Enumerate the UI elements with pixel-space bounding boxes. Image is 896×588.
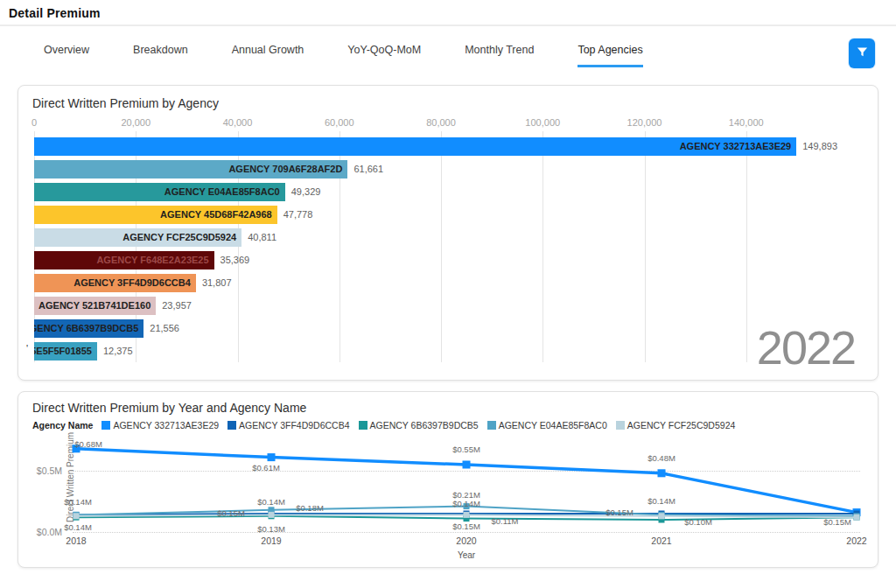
line-chart-card: Direct Written Premium by Year and Agenc… [18,391,878,568]
legend-item[interactable]: AGENCY FCF25C9D5924 [616,420,736,430]
bar-chart-plot[interactable]: 020,00040,00060,00080,000100,000120,0001… [34,117,848,362]
legend-item[interactable]: AGENCY E04AE85F8AC0 [487,420,607,430]
y-axis-tick: $0.0M [27,527,62,537]
legend-item[interactable]: AGENCY 6B6397B9DCB5 [359,420,479,430]
bar-row: AGENCY 521B741DE16023,957 [34,294,848,317]
data-point-label: $0.15M [217,508,245,518]
data-point-label: $0.61M [252,462,280,472]
data-point-label: $0.21M [452,489,480,499]
data-point-label: $0.15M [452,522,480,531]
legend-swatch-icon [228,421,236,430]
data-point-marker[interactable] [463,461,471,469]
legend-label: AGENCY 332713AE3E29 [113,420,219,430]
bar-row: '95E5F5F0185512,375 [34,340,848,362]
data-point-marker[interactable] [269,512,275,518]
bar-label: AGENCY 709A6F28AF2D [228,160,342,178]
bar-value: 149,893 [802,141,837,151]
tab-annual-growth[interactable]: Annual Growth [232,44,304,67]
bar[interactable]: 95E5F5F01855 [34,342,97,360]
data-point-label: $0.14M [64,497,92,507]
x-axis-tick: 100,000 [525,117,560,128]
legend-label: AGENCY 6B6397B9DCB5 [370,420,479,430]
bar-value: 47,778 [284,209,313,220]
legend-swatch-icon [359,421,368,430]
bar-label: AGENCY E04AE85F8AC0 [164,183,280,201]
data-point-marker[interactable] [74,513,80,519]
data-point-label: $0.55M [452,444,480,454]
bar-value: 23,957 [162,300,192,311]
bar-row: AGENCY 6B6397B9DCB521,556 [34,317,848,340]
legend-swatch-icon [102,421,110,430]
line-chart-plot[interactable]: Direct Written Premium Year $0.5M$0.0M20… [67,436,865,567]
legend-swatch-icon [487,421,496,430]
data-point-label: $0.15M [823,517,851,527]
bar-label: 95E5F5F01855 [34,342,92,360]
x-axis-tick: 140,000 [729,117,764,128]
data-point-label: $0.14M [648,496,676,506]
data-point-label: $0.15M [606,508,634,517]
data-point-marker[interactable] [658,469,666,477]
data-point-marker[interactable] [268,453,276,461]
bar-value: 61,661 [354,164,383,174]
line-chart-legend: Agency Name AGENCY 332713AE3E29AGENCY 3F… [32,420,864,430]
tab-top-agencies[interactable]: Top Agencies [578,44,642,67]
bar-row: AGENCY 3FF4D9D6CCB431,807 [34,271,848,294]
bar[interactable]: AGENCY 521B741DE160 [34,297,156,315]
bar-value: 12,375 [103,346,133,356]
tab-overview[interactable]: Overview [44,44,89,67]
bar[interactable]: AGENCY 332713AE3E29 [34,137,796,156]
tab-bar: OverviewBreakdownAnnual GrowthYoY-QoQ-Mo… [0,44,896,67]
data-point-marker[interactable] [854,514,860,521]
bar-row: AGENCY 709A6F28AF2D61,661 [34,158,848,180]
report-header: Detail Premium [0,0,896,26]
bar[interactable]: AGENCY E04AE85F8AC0 [34,183,285,201]
data-point-label: $0.48M [648,452,676,462]
page-title: Detail Premium [9,6,887,20]
bar-value: 49,329 [291,186,321,197]
bar-label: AGENCY 45D68F42A968 [160,206,272,224]
data-point-label: $0.14M [64,522,92,532]
bar-chart-rows: AGENCY 332713AE3E29149,893AGENCY 709A6F2… [34,135,848,362]
x-axis-tick: 40,000 [223,117,253,128]
bar-row: AGENCY FCF25C9D592440,811 [34,226,848,248]
tab-yoy-qoq-mom[interactable]: YoY-QoQ-MoM [347,44,421,67]
bar-label: AGENCY 3FF4D9D6CCB4 [74,274,191,292]
bar-row: AGENCY F648E2A23E2535,369 [34,248,848,271]
bar-chart-x-axis: 020,00040,00060,00080,000100,000120,0001… [34,117,848,133]
bar-chart-card: Direct Written Premium by Agency 020,000… [18,85,878,381]
data-point-label: $0.14M [452,499,480,508]
filter-funnel-icon [856,46,869,62]
data-point-label: $0.18M [296,502,324,512]
bar-chart-title: Direct Written Premium by Agency [32,96,864,110]
bar[interactable]: AGENCY F648E2A23E25 [34,251,214,270]
filter-button[interactable] [849,38,875,68]
bar[interactable]: AGENCY 3FF4D9D6CCB4 [34,274,196,292]
bar[interactable]: AGENCY 45D68F42A968 [34,206,277,224]
bar-label: AGENCY F648E2A23E25 [96,251,208,270]
bar[interactable]: AGENCY 6B6397B9DCB5 [34,319,144,338]
data-point-label: $0.11M [492,515,519,525]
data-point-marker[interactable] [464,512,470,518]
x-axis-tick: 20,000 [121,117,150,128]
x-axis-tick: 120,000 [627,117,662,128]
legend-item[interactable]: AGENCY 3FF4D9D6CCB4 [228,420,349,430]
bar-row: AGENCY 332713AE3E29149,893 [34,135,848,158]
line-chart-title: Direct Written Premium by Year and Agenc… [32,401,864,415]
tab-breakdown[interactable]: Breakdown [133,44,188,67]
bar-row: AGENCY 45D68F42A96847,778 [34,203,848,226]
data-point-marker[interactable] [659,513,665,519]
data-point-label: $0.13M [257,523,285,533]
x-axis-tick: 80,000 [426,117,456,128]
legend-title: Agency Name [32,420,93,430]
legend-swatch-icon [616,421,625,430]
data-point-label: $0.14M [257,497,285,507]
bar[interactable]: AGENCY 709A6F28AF2D [34,160,347,178]
bar-label: AGENCY 332713AE3E29 [680,137,792,156]
legend-label: AGENCY E04AE85F8AC0 [499,420,607,430]
x-axis-tick: 60,000 [325,117,354,128]
bar[interactable]: AGENCY FCF25C9D5924 [34,228,242,247]
bar-label: AGENCY FCF25C9D5924 [122,228,236,247]
tab-monthly-trend[interactable]: Monthly Trend [465,44,534,67]
bar-value: 31,807 [202,277,232,288]
legend-item[interactable]: AGENCY 332713AE3E29 [102,420,219,430]
